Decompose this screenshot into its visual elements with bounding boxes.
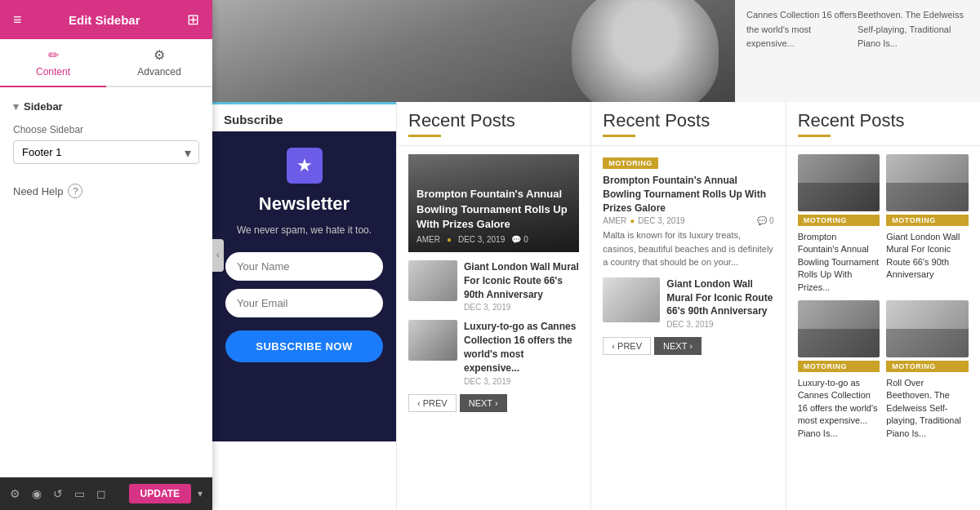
- main-article-excerpt: Malta is known for its luxury treats, ca…: [603, 228, 773, 269]
- col3-post-2-title: Giant London Wall Mural For Iconic Route…: [886, 231, 969, 282]
- small-post-1-date: DEC 3, 2019: [464, 303, 579, 312]
- recent-posts-col3: Recent Posts MOTORING Brompton Fountain'…: [786, 102, 980, 510]
- update-button[interactable]: UPDATE: [129, 484, 191, 503]
- main-article-author: AMER: [603, 216, 626, 225]
- post-card-content: Brompton Fountain's Annual Bowling Tourn…: [408, 179, 579, 252]
- tab-advanced[interactable]: ⚙ Advanced: [106, 39, 212, 86]
- col3-post-4[interactable]: MOTORING Roll Over Beethoven. The Edelwe…: [886, 300, 969, 440]
- featured-post-card[interactable]: Brompton Fountain's Annual Bowling Tourn…: [408, 154, 579, 252]
- small-post-2-thumb: [408, 320, 457, 361]
- sidebar-header: ≡ Edit Sidebar ⊞: [0, 0, 212, 39]
- col3-post-1-title: Brompton Fountain's Annual Bowling Tourn…: [798, 231, 880, 294]
- small-post-col2-title: Giant London Wall Mural For Iconic Route…: [666, 277, 773, 318]
- featured-post-meta: AMER ● DEC 3, 2019 💬 0: [416, 235, 571, 244]
- main-article-date: DEC 3, 2019: [638, 216, 684, 225]
- sidebar-select[interactable]: Footer 1 Footer 2 Primary: [13, 140, 199, 164]
- advanced-tab-icon: ⚙: [154, 47, 165, 63]
- small-post-1[interactable]: Giant London Wall Mural For Iconic Route…: [408, 260, 579, 312]
- meta-dot: ●: [447, 235, 452, 244]
- featured-post-title: Brompton Fountain's Annual Bowling Tourn…: [416, 187, 571, 232]
- next-button-col1[interactable]: NEXT ›: [460, 394, 507, 412]
- menu-icon[interactable]: ≡: [13, 11, 22, 29]
- history-icon[interactable]: ↺: [53, 487, 63, 500]
- col3-post-3-title: Luxury-to-go as Cannes Collection 16 off…: [798, 377, 880, 440]
- name-input[interactable]: [225, 252, 383, 281]
- col3-post-1-thumb: [798, 154, 880, 211]
- email-input[interactable]: [225, 289, 383, 317]
- col3-post-1[interactable]: MOTORING Brompton Fountain's Annual Bowl…: [798, 154, 880, 294]
- sidebar-section-heading: ▾ Sidebar: [13, 100, 199, 113]
- col3-post-2[interactable]: MOTORING Giant London Wall Mural For Ico…: [886, 154, 969, 294]
- meta-dot-2: ●: [630, 216, 635, 225]
- small-post-col2-content: Giant London Wall Mural For Iconic Route…: [666, 277, 773, 329]
- motoring-badge-1: MOTORING: [603, 157, 657, 169]
- recent-posts-col2-underline: [603, 135, 635, 137]
- toolbar-icons: ⚙ ◉ ↺ ▭ ◻: [10, 487, 106, 500]
- col3-post-3-thumb: [798, 300, 880, 357]
- pagination-col1: ‹ PREV NEXT ›: [408, 394, 579, 412]
- col3-badge-2: MOTORING: [886, 215, 969, 226]
- recent-posts-col2: Recent Posts MOTORING Brompton Fountain'…: [590, 102, 785, 510]
- snippet-2-text: Beethoven. The Edelweiss Self-playing, T…: [858, 8, 969, 51]
- recent-posts-col1-body: Brompton Fountain's Annual Bowling Tourn…: [397, 146, 590, 510]
- preview-icon[interactable]: ▭: [74, 487, 85, 500]
- small-post-col2[interactable]: Giant London Wall Mural For Iconic Route…: [603, 277, 773, 329]
- sidebar-body: ▾ Sidebar Choose Sidebar Footer 1 Footer…: [0, 87, 212, 510]
- top-image-strip: Cannes Collection 16 offers the world's …: [212, 0, 980, 102]
- recent-posts-col2-title: Recent Posts: [603, 110, 710, 131]
- recent-posts-col2-body: MOTORING Brompton Fountain's Annual Bowl…: [591, 146, 785, 510]
- sidebar-tabs: ✏ Content ⚙ Advanced: [0, 39, 212, 87]
- col3-post-4-title: Roll Over Beethoven. The Edelweiss Self-…: [886, 377, 969, 440]
- small-post-1-title: Giant London Wall Mural For Iconic Route…: [464, 260, 579, 301]
- collapse-sidebar-button[interactable]: ‹: [212, 239, 224, 272]
- featured-post-date: DEC 3, 2019: [458, 235, 505, 244]
- col3-badge-4: MOTORING: [886, 361, 969, 372]
- pagination-col2: ‹ PREV NEXT ›: [603, 337, 773, 355]
- content-tab-label: Content: [36, 66, 70, 78]
- grid-icon[interactable]: ⊞: [187, 11, 199, 29]
- col3-badge-3: MOTORING: [798, 361, 880, 372]
- help-icon: ?: [68, 184, 82, 198]
- main-article-col2[interactable]: MOTORING Brompton Fountain's Annual Bowl…: [603, 154, 773, 269]
- columns-area: Subscribe ★ Newsletter We never spam, we…: [212, 102, 980, 510]
- col3-post-1-overlay: [798, 183, 880, 211]
- subscribe-column: Subscribe ★ Newsletter We never spam, we…: [212, 102, 396, 510]
- star-icon: ★: [287, 148, 323, 184]
- layers-icon[interactable]: ◉: [32, 487, 42, 500]
- recent-posts-col3-title: Recent Posts: [798, 110, 905, 131]
- newsletter-title: Newsletter: [259, 193, 350, 215]
- col3-post-3[interactable]: MOTORING Luxury-to-go as Cannes Collecti…: [798, 300, 880, 440]
- sidebar-select-wrapper: Footer 1 Footer 2 Primary: [13, 140, 199, 164]
- next-button-col2[interactable]: NEXT ›: [654, 337, 702, 355]
- settings-icon[interactable]: ⚙: [10, 487, 20, 500]
- toolbar-arrow-icon[interactable]: ▾: [198, 488, 203, 499]
- recent-posts-col1-header: Recent Posts: [397, 102, 590, 146]
- small-post-col2-date: DEC 3, 2019: [666, 320, 773, 329]
- choose-sidebar-label: Choose Sidebar: [13, 124, 199, 135]
- view-icon[interactable]: ◻: [96, 487, 106, 500]
- need-help-label: Need Help: [13, 185, 63, 197]
- need-help-link[interactable]: Need Help ?: [13, 184, 199, 198]
- main-article-comments: 💬 0: [757, 216, 774, 225]
- section-label: Sidebar: [24, 100, 63, 113]
- featured-post-author: AMER: [416, 235, 440, 244]
- recent-posts-col3-underline: [798, 135, 831, 137]
- small-post-2-content: Luxury-to-go as Cannes Collection 16 off…: [464, 320, 579, 385]
- prev-button-col2[interactable]: ‹ PREV: [603, 337, 651, 355]
- col3-post-4-thumb: [886, 300, 969, 357]
- subscribe-widget: ★ Newsletter We never spam, we hate it t…: [212, 131, 396, 441]
- small-post-1-thumb: [408, 260, 457, 301]
- col3-post-grid: MOTORING Brompton Fountain's Annual Bowl…: [798, 154, 969, 440]
- collapse-arrow-icon[interactable]: ▾: [13, 100, 19, 113]
- subscribe-button[interactable]: SUBSCRIBE NOW: [225, 330, 383, 362]
- advanced-tab-label: Advanced: [137, 66, 180, 78]
- snippet-1: Cannes Collection 16 offers the world's …: [746, 8, 858, 94]
- recent-posts-col3-body: MOTORING Brompton Fountain's Annual Bowl…: [786, 146, 980, 510]
- small-post-2[interactable]: Luxury-to-go as Cannes Collection 16 off…: [408, 320, 579, 385]
- tab-content[interactable]: ✏ Content: [0, 39, 106, 87]
- sidebar-title: Edit Sidebar: [69, 13, 140, 27]
- prev-button-col1[interactable]: ‹ PREV: [408, 394, 457, 412]
- recent-posts-col1-underline: [408, 135, 441, 137]
- recent-posts-col1: Recent Posts Brompton Fountain's Annual …: [396, 102, 590, 510]
- small-post-2-title: Luxury-to-go as Cannes Collection 16 off…: [464, 320, 579, 375]
